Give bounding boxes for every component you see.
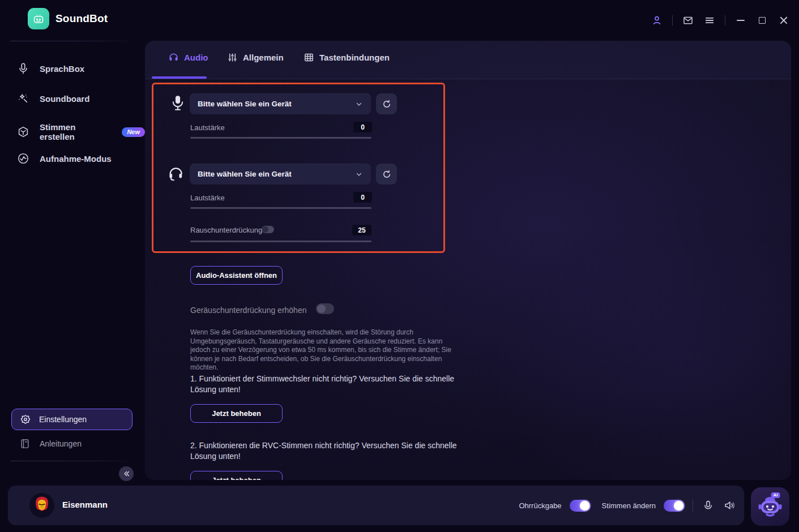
chevron-down-icon [355, 170, 363, 178]
change-voice-label: Stimmen ändern [602, 501, 656, 510]
avatar[interactable] [29, 493, 54, 518]
change-voice-toggle[interactable] [664, 500, 685, 512]
noise-reduction-label: Rauschunterdrückung [190, 226, 262, 234]
ai-badge: AI [771, 492, 780, 498]
sidebar-item-label: Stimmen erstellen [40, 122, 106, 141]
microphone-icon [170, 94, 186, 112]
faq-question-1: 1. Funktioniert der Stimmwechsler nicht … [190, 374, 461, 395]
fix-now-button-1[interactable]: Jetzt beheben [190, 404, 283, 423]
mic-volume-slider[interactable] [190, 137, 371, 139]
account-icon[interactable] [651, 14, 663, 27]
robot-logo-icon [32, 12, 45, 25]
faq-question-2: 2. Funktionieren die RVC-Stimmen nicht r… [190, 440, 461, 462]
headset-icon [166, 164, 185, 182]
selected-device: Bitte wählen Sie ein Gerät [198, 170, 355, 178]
tab-label: Audio [184, 53, 208, 62]
noise-boost-label: Geräuschunterdrückung erhöhen [190, 306, 306, 315]
microphone-device-select[interactable]: Bitte wählen Sie ein Gerät [190, 93, 371, 114]
sidebar-item-label: SprachBox [40, 64, 84, 74]
ear-monitor-toggle[interactable] [570, 500, 591, 512]
sidebar-item-label: Aufnahme-Modus [40, 154, 112, 164]
noise-boost-toggle[interactable] [316, 303, 334, 314]
chevron-down-icon [355, 100, 363, 108]
sidebar-item-sprachbox[interactable]: SprachBox [17, 62, 84, 75]
refresh-icon [382, 99, 392, 109]
mic-volume-value: 0 [353, 122, 372, 132]
ear-monitor-label: Ohrrückgabe [519, 501, 561, 510]
tab-label: Allgemein [243, 53, 284, 62]
speaker-icon[interactable] [723, 499, 736, 512]
username: Eisenmann [62, 500, 108, 509]
book-icon [19, 438, 31, 449]
close-icon[interactable] [777, 14, 790, 27]
noise-boost-description: Wenn Sie die Geräuschunterdrückung einsc… [190, 328, 461, 372]
ironman-avatar-icon [33, 496, 50, 515]
app-title: SoundBot [55, 12, 108, 25]
status-bar: Eisenmann Ohrrückgabe Stimmen ändern [8, 486, 744, 525]
microphone-refresh-button[interactable] [376, 93, 397, 114]
minimize-icon[interactable] [734, 14, 747, 27]
statusbar-separator [693, 499, 693, 512]
refresh-icon [382, 169, 392, 179]
fix-now-button-2[interactable]: Jetzt beheben [190, 471, 283, 480]
sliders-icon [227, 52, 238, 63]
headphone-volume-slider[interactable] [190, 207, 371, 209]
sidebar: SprachBox Soundboard Stimmen erstellen N… [0, 41, 145, 491]
tab-allgemein[interactable]: Allgemein [227, 52, 284, 63]
microphone-icon[interactable] [701, 499, 715, 512]
headphone-refresh-button[interactable] [376, 164, 397, 185]
noise-reduction-value: 25 [352, 225, 371, 235]
settings-panel: Audio Allgemein Tastenbindungen [145, 41, 791, 480]
sidebar-item-label: Soundboard [40, 94, 89, 104]
double-chevron-left-icon [122, 470, 130, 478]
gear-icon [20, 414, 31, 425]
noise-reduction-slider[interactable] [190, 241, 371, 242]
headphone-device-select[interactable]: Bitte wählen Sie ein Gerät [190, 164, 371, 185]
titlebar-separator [725, 15, 725, 25]
sidebar-divider [10, 461, 135, 461]
sidebar-collapse-button[interactable] [119, 466, 134, 481]
headphone-volume-label: Lautstärke [190, 194, 225, 202]
noise-reduction-toggle[interactable] [262, 226, 274, 233]
sidebar-item-soundboard[interactable]: Soundboard [17, 92, 89, 105]
cube-icon [17, 126, 29, 138]
titlebar-separator [672, 15, 673, 25]
sidebar-divider [10, 41, 135, 41]
sidebar-item-label: Anleitungen [40, 439, 82, 448]
sidebar-item-stimmen-erstellen[interactable]: Stimmen erstellen New [17, 122, 145, 141]
headphone-icon [168, 52, 179, 63]
magic-wand-icon [17, 92, 29, 105]
active-tab-indicator [152, 76, 207, 79]
ai-assistant-button[interactable]: AI [751, 487, 789, 526]
wave-circle-icon [17, 152, 29, 165]
menu-icon[interactable] [703, 14, 716, 27]
grid-icon [304, 52, 314, 63]
microphone-icon [17, 62, 29, 75]
mic-volume-label: Lautstärke [190, 123, 225, 132]
audio-assistant-button[interactable]: Audio-Assistent öffnen [190, 266, 283, 285]
new-badge: New [122, 127, 145, 137]
sidebar-item-aufnahme-modus[interactable]: Aufnahme-Modus [17, 152, 112, 165]
titlebar: SoundBot [0, 0, 799, 41]
headphone-volume-value: 0 [353, 192, 372, 203]
tab-audio[interactable]: Audio [168, 52, 208, 63]
maximize-icon[interactable] [756, 14, 768, 27]
app-logo [28, 8, 49, 29]
mail-icon[interactable] [682, 14, 694, 27]
tab-tastenbindungen[interactable]: Tastenbindungen [304, 52, 390, 63]
tab-label: Tastenbindungen [319, 53, 390, 62]
selected-device: Bitte wählen Sie ein Gerät [198, 100, 355, 108]
sidebar-item-label: Einstellungen [39, 415, 87, 424]
sidebar-item-anleitungen[interactable]: Anleitungen [19, 438, 82, 449]
sidebar-item-einstellungen[interactable]: Einstellungen [11, 409, 133, 430]
